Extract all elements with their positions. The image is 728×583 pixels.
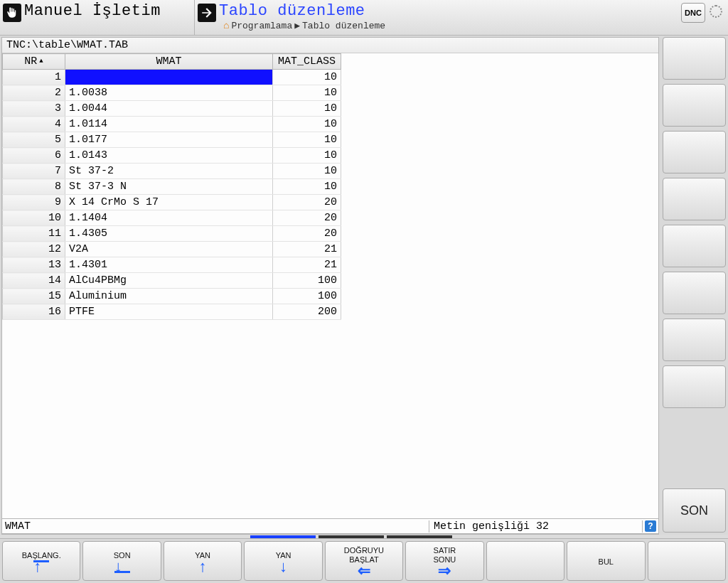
edit-nav-icon (198, 4, 216, 22)
arrow-down-stop-icon: ↓ (114, 560, 130, 573)
table-row[interactable]: 21.003810 (3, 85, 341, 101)
cell-wmat[interactable]: St 37-3 N (65, 179, 273, 195)
arrow-right-icon (438, 565, 451, 577)
col-header-matclass[interactable]: MAT_CLASS (273, 54, 341, 70)
cell-matclass: 10 (273, 132, 341, 148)
right-softkey-3[interactable] (663, 131, 726, 173)
softkey-page-down[interactable]: YAN (244, 541, 322, 581)
content-panel: TNC:\table\WMAT.TAB NR▲ WMAT MAT_CLASS 1… (1, 37, 659, 535)
header-bar: Manuel İşletim Tablo düzenleme ⌂ Program… (0, 0, 728, 36)
col-header-wmat[interactable]: WMAT (65, 54, 273, 70)
cell-wmat[interactable]: Aluminium (65, 289, 273, 304)
cell-wmat[interactable]: 1.0044 (65, 101, 273, 117)
wmat-table: NR▲ WMAT MAT_CLASS 11021.00381031.004410… (2, 53, 341, 320)
table-row[interactable]: 14AlCu4PBMg100 (3, 273, 341, 289)
status-row: WMAT Metin genişliği 32 ? (2, 518, 658, 534)
right-softkey-column: SON (660, 36, 728, 535)
home-icon: ⌂ (223, 20, 229, 31)
cell-nr: 3 (3, 101, 65, 117)
arrow-up-icon (199, 560, 207, 573)
cell-nr: 7 (3, 164, 65, 179)
cell-wmat[interactable]: AlCu4PBMg (65, 273, 273, 289)
header-right-controls: DNC (681, 0, 728, 35)
cell-matclass: 20 (273, 210, 341, 226)
cell-wmat[interactable]: 1.0143 (65, 148, 273, 164)
right-softkey-4[interactable] (663, 178, 726, 220)
mode-title-manual: Manuel İşletim (24, 2, 161, 20)
help-icon[interactable]: ? (645, 520, 656, 532)
softkey-empty-9[interactable] (648, 541, 726, 581)
softkey-end[interactable]: SON ↓ (82, 541, 161, 581)
cell-wmat[interactable]: 1.4301 (65, 257, 273, 273)
mode-tab-table-edit[interactable]: Tablo düzenleme ⌂ Programlama ▶ Tablo dü… (195, 0, 681, 35)
softkey-begin[interactable]: BAŞLANG. ↑ (2, 541, 80, 581)
bottom-softkey-row: BAŞLANG. ↑ SON ↓ YAN YAN DOĞRUYU BAŞLAT … (0, 539, 728, 583)
cell-nr: 9 (3, 195, 65, 210)
cell-nr: 6 (3, 148, 65, 164)
table-wrap: NR▲ WMAT MAT_CLASS 11021.00381031.004410… (2, 53, 658, 518)
cell-matclass: 21 (273, 257, 341, 273)
right-softkey-2[interactable] (663, 84, 726, 127)
cell-matclass: 10 (273, 117, 341, 132)
arrow-up-stop-icon: ↑ (33, 560, 49, 573)
cell-wmat[interactable]: 1.4305 (65, 226, 273, 242)
cell-wmat[interactable]: X 14 CrMo S 17 (65, 195, 273, 210)
table-body: 11021.00381031.00441041.01141051.0177106… (3, 70, 341, 320)
cell-matclass: 20 (273, 195, 341, 210)
cell-matclass: 10 (273, 85, 341, 101)
cell-wmat[interactable]: 1.0114 (65, 117, 273, 132)
table-row[interactable]: 61.014310 (3, 148, 341, 164)
cell-wmat[interactable]: 1.1404 (65, 210, 273, 226)
softkey-label: BAŞLANG. (22, 551, 61, 560)
table-row[interactable]: 8St 37-3 N10 (3, 179, 341, 195)
table-row[interactable]: 9X 14 CrMo S 1720 (3, 195, 341, 210)
softkey-pager[interactable] (0, 535, 728, 539)
table-row[interactable]: 51.017710 (3, 132, 341, 148)
cell-matclass: 100 (273, 273, 341, 289)
softkey-line-end[interactable]: SATIR SONU (405, 541, 483, 581)
right-softkey-5[interactable] (663, 225, 726, 267)
cell-wmat[interactable]: 1.0038 (65, 85, 273, 101)
softkey-label: SATIR (434, 546, 456, 555)
table-row[interactable]: 101.140420 (3, 210, 341, 226)
softkey-line-start[interactable]: DOĞRUYU BAŞLAT (325, 541, 403, 581)
cell-matclass: 20 (273, 226, 341, 242)
cell-wmat[interactable]: V2A (65, 242, 273, 257)
softkey-label: DOĞRUYU (344, 546, 384, 555)
cell-wmat[interactable]: PTFE (65, 304, 273, 320)
table-row[interactable]: 15Aluminium100 (3, 289, 341, 304)
cell-matclass: 10 (273, 101, 341, 117)
table-row[interactable]: 111.430520 (3, 226, 341, 242)
cell-nr: 12 (3, 242, 65, 257)
table-row[interactable]: 31.004410 (3, 101, 341, 117)
hand-icon (3, 4, 21, 22)
table-row[interactable]: 41.011410 (3, 117, 341, 132)
cell-nr: 15 (3, 289, 65, 304)
pager-seg-2 (318, 535, 384, 538)
table-row[interactable]: 7St 37-210 (3, 164, 341, 179)
right-softkey-8[interactable] (663, 365, 726, 408)
right-softkey-7[interactable] (663, 319, 726, 361)
cell-nr: 5 (3, 132, 65, 148)
cell-wmat[interactable] (65, 70, 273, 85)
softkey-page-up[interactable]: YAN (164, 541, 242, 581)
table-row[interactable]: 12V2A21 (3, 242, 341, 257)
cell-nr: 1 (3, 70, 65, 85)
cell-wmat[interactable]: St 37-2 (65, 164, 273, 179)
table-row[interactable]: 110 (3, 70, 341, 85)
cell-matclass: 10 (273, 70, 341, 85)
dnc-button[interactable]: DNC (681, 3, 705, 23)
table-row[interactable]: 131.430121 (3, 257, 341, 273)
softkey-empty-7[interactable] (486, 541, 564, 581)
table-row[interactable]: 16PTFE200 (3, 304, 341, 320)
col-header-nr[interactable]: NR▲ (3, 54, 65, 70)
right-softkey-son[interactable]: SON (663, 488, 726, 533)
cell-wmat[interactable]: 1.0177 (65, 132, 273, 148)
right-softkey-6[interactable] (663, 272, 726, 314)
arrow-left-icon (358, 565, 370, 577)
mode-tab-manual[interactable]: Manuel İşletim (0, 0, 195, 35)
status-info: Metin genişliği 32 (429, 520, 643, 533)
right-softkey-1[interactable] (663, 37, 726, 80)
cell-nr: 16 (3, 304, 65, 320)
softkey-find[interactable]: BUL (567, 541, 645, 581)
